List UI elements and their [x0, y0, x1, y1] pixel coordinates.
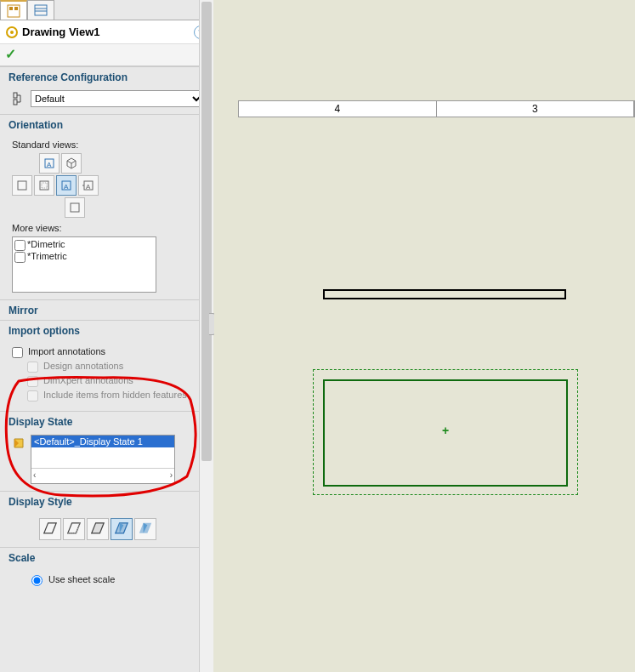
import-annotations-row[interactable]: Import annotations [12, 346, 204, 358]
view-left[interactable] [12, 175, 32, 196]
style-shaded-edges[interactable] [111, 518, 133, 540]
display-state-item[interactable]: <Default>_Display State 1 [31, 436, 174, 447]
center-crosshair-icon: + [442, 424, 449, 437]
display-state-icon [12, 436, 26, 450]
view-front[interactable]: A [56, 175, 77, 196]
svg-rect-2 [14, 7, 18, 10]
ok-checkmark-icon[interactable]: ✓ [5, 47, 16, 61]
svg-rect-12 [18, 181, 26, 190]
reference-configuration-body: Default [0, 87, 213, 114]
drawing-canvas[interactable]: 4 3 + [214, 0, 635, 672]
svg-point-7 [10, 31, 14, 34]
reference-config-select[interactable]: Default [31, 90, 204, 107]
section-label: Orientation [9, 119, 63, 131]
svg-rect-9 [14, 100, 17, 105]
import-annotations-checkbox[interactable] [12, 347, 23, 358]
svg-rect-8 [14, 93, 17, 98]
panel-scrollbar[interactable] [199, 0, 213, 672]
more-view-checkbox[interactable] [14, 240, 26, 251]
display-state-list[interactable]: <Default>_Display State 1 ‹› [31, 435, 175, 484]
display-state-scrollbar[interactable]: ‹› [31, 468, 174, 481]
more-view-checkbox[interactable] [14, 252, 26, 263]
import-options-body: Import annotations Design annotations Di… [0, 340, 213, 411]
more-views-list[interactable]: *Dimetric *Trimetric [12, 236, 156, 293]
design-annotations-checkbox [27, 362, 38, 373]
svg-text:A: A [64, 183, 69, 191]
style-wireframe[interactable] [39, 518, 61, 540]
section-label: Reference Configuration [9, 71, 128, 83]
more-view-item-trimetric[interactable]: *Trimetric [14, 251, 154, 263]
panel-tabstrip [0, 0, 213, 20]
panel-title-row: Drawing View1 ? [0, 20, 213, 44]
view-isometric[interactable] [61, 153, 82, 174]
style-shaded[interactable] [134, 518, 156, 540]
svg-text:A: A [86, 183, 91, 191]
include-hidden-row: Include items from hidden features [12, 390, 204, 401]
section-label: Import options [9, 325, 80, 337]
panel-title: Drawing View1 [22, 26, 194, 38]
section-label: Display Style [9, 496, 72, 508]
section-mirror[interactable]: Mirror [0, 299, 213, 320]
orientation-body: Standard views: A A A More views: *Dimet… [0, 134, 213, 299]
svg-rect-1 [9, 7, 13, 10]
use-sheet-scale-radio[interactable] [31, 575, 43, 586]
section-label: Mirror [9, 305, 38, 316]
ruler-cell: 4 [239, 101, 437, 117]
svg-rect-14 [42, 183, 47, 188]
drawing-geometry-rect[interactable] [323, 289, 566, 299]
section-label: Display State [9, 416, 72, 428]
section-display-style[interactable]: Display Style [0, 491, 213, 511]
design-annotations-row: Design annotations [12, 361, 204, 373]
scroll-thumb[interactable] [201, 2, 212, 461]
include-hidden-checkbox [27, 390, 38, 401]
view-bottom[interactable] [65, 197, 85, 218]
display-style-body [0, 511, 213, 547]
svg-rect-20 [71, 203, 79, 212]
section-scale[interactable]: Scale [0, 547, 213, 567]
dimxpert-annotations-row: DimXpert annotations [12, 375, 204, 387]
section-reference-configuration[interactable]: Reference Configuration [0, 66, 213, 87]
horizontal-ruler: 4 3 [238, 100, 635, 117]
more-views-label: More views: [12, 223, 204, 233]
view-top[interactable]: A [39, 153, 60, 174]
style-hidden-visible[interactable] [63, 518, 85, 540]
svg-text:A: A [47, 161, 52, 168]
section-import-options[interactable]: Import options [0, 320, 213, 340]
property-panel: Drawing View1 ? ✓ Reference Configuratio… [0, 0, 213, 672]
tab-property-manager[interactable] [27, 0, 54, 20]
view-right[interactable]: A [78, 175, 99, 196]
svg-rect-3 [35, 5, 47, 15]
style-hidden-removed[interactable] [87, 518, 109, 540]
drawing-view-icon [5, 26, 19, 39]
tab-feature-manager[interactable] [0, 0, 27, 20]
dimxpert-annotations-checkbox [27, 376, 38, 387]
section-label: Scale [9, 552, 35, 564]
scale-body: Use sheet scale [0, 567, 213, 595]
section-orientation[interactable]: Orientation [0, 114, 213, 134]
standard-views-label: Standard views: [12, 140, 204, 150]
confirm-row: ✓ [0, 44, 213, 66]
ruler-cell: 3 [437, 101, 635, 117]
use-sheet-scale-row[interactable]: Use sheet scale [27, 572, 204, 586]
display-state-body: <Default>_Display State 1 ‹› [0, 431, 213, 491]
more-view-item-dimetric[interactable]: *Dimetric [14, 239, 154, 251]
view-back[interactable] [34, 175, 54, 196]
config-icon [12, 92, 26, 105]
section-display-state[interactable]: Display State [0, 411, 213, 431]
